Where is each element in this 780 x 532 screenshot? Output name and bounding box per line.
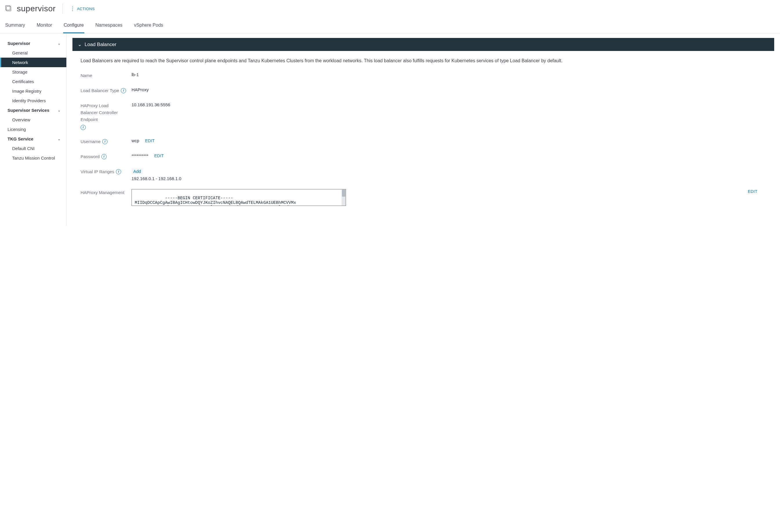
label-username: Username bbox=[81, 138, 127, 145]
panel-header-load-balancer[interactable]: ⌄ Load Balancer bbox=[72, 38, 774, 51]
edit-cert-button[interactable]: EDIT bbox=[748, 189, 758, 194]
sidebar-item-general[interactable]: General bbox=[0, 48, 66, 58]
content-area: Supervisor ⌄ General Network Storage Cer… bbox=[0, 33, 780, 226]
value-vip-range: 192.168.0.1 - 192.168.1.0 bbox=[132, 176, 766, 181]
chevron-down-icon: ⌄ bbox=[78, 41, 82, 48]
row-endpoint: HAProxy Load Balancer Controller Endpoin… bbox=[81, 102, 766, 130]
config-sidebar: Supervisor ⌄ General Network Storage Cer… bbox=[0, 33, 67, 226]
panel-body: Load Balancers are required to reach the… bbox=[72, 51, 774, 220]
sidebar-item-storage[interactable]: Storage bbox=[0, 67, 66, 77]
label-text: Virtual IP Ranges bbox=[81, 168, 114, 175]
actions-label: ACTIONS bbox=[77, 7, 95, 11]
main-tabs: Summary Monitor Configure Namespaces vSp… bbox=[0, 20, 780, 33]
page-title: supervisor bbox=[17, 4, 56, 13]
info-icon[interactable] bbox=[116, 169, 121, 174]
label-name: Name bbox=[81, 72, 127, 79]
info-icon[interactable] bbox=[81, 125, 86, 130]
chevron-down-icon: ⌄ bbox=[58, 41, 60, 46]
sidebar-group-supervisor[interactable]: Supervisor ⌄ bbox=[0, 39, 66, 48]
edit-username-button[interactable]: EDIT bbox=[145, 139, 155, 143]
sidebar-group-tkg-service[interactable]: TKG Service ⌄ bbox=[0, 134, 66, 144]
sidebar-group-label: Supervisor bbox=[7, 41, 30, 46]
cert-textarea[interactable]: -----BEGIN CERTIFICATE----- MIIDqDCCApCg… bbox=[132, 189, 346, 206]
row-password: Password ********** EDIT bbox=[81, 153, 766, 160]
info-icon[interactable] bbox=[121, 88, 126, 93]
actions-menu-button[interactable]: ⋮ ACTIONS bbox=[70, 7, 95, 11]
label-vip: Virtual IP Ranges bbox=[81, 168, 127, 175]
divider bbox=[62, 3, 63, 14]
value-password: ********** bbox=[132, 153, 148, 158]
value-username: wcp bbox=[132, 138, 139, 143]
panel-title: Load Balancer bbox=[85, 42, 116, 48]
sidebar-item-default-cni[interactable]: Default CNI bbox=[0, 144, 66, 153]
sidebar-item-network[interactable]: Network bbox=[0, 58, 66, 67]
page-header: supervisor ⋮ ACTIONS bbox=[0, 0, 780, 16]
main-panel: ⌄ Load Balancer Load Balancers are requi… bbox=[67, 33, 780, 226]
info-icon[interactable] bbox=[102, 139, 107, 144]
sidebar-item-overview[interactable]: Overview bbox=[0, 115, 66, 124]
sidebar-item-image-registry[interactable]: Image Registry bbox=[0, 86, 66, 96]
value-type: HAProxy bbox=[132, 87, 766, 92]
row-type: Load Balancer Type HAProxy bbox=[81, 87, 766, 94]
row-name: Name lb-1 bbox=[81, 72, 766, 79]
add-vip-button[interactable]: Add bbox=[132, 168, 143, 174]
tab-vsphere-pods[interactable]: vSphere Pods bbox=[134, 20, 164, 33]
svg-rect-1 bbox=[5, 5, 10, 10]
sidebar-item-certificates[interactable]: Certificates bbox=[0, 77, 66, 86]
sidebar-item-identity-providers[interactable]: Identity Providers bbox=[0, 96, 66, 105]
label-cert: HAProxy Management bbox=[81, 189, 127, 196]
chevron-down-icon: ⌄ bbox=[58, 137, 60, 141]
svg-rect-0 bbox=[6, 6, 11, 11]
row-vip: Virtual IP Ranges Add 192.168.0.1 - 192.… bbox=[81, 168, 766, 181]
label-endpoint: HAProxy Load Balancer Controller Endpoin… bbox=[81, 102, 127, 130]
tab-configure[interactable]: Configure bbox=[63, 20, 84, 33]
sidebar-group-label: TKG Service bbox=[7, 137, 33, 141]
scrollbar-thumb[interactable] bbox=[342, 190, 345, 197]
label-text: Password bbox=[81, 153, 100, 160]
label-password: Password bbox=[81, 153, 127, 160]
tab-namespaces[interactable]: Namespaces bbox=[95, 20, 123, 33]
label-text: Username bbox=[81, 138, 101, 145]
row-cert: HAProxy Management -----BEGIN CERTIFICAT… bbox=[81, 189, 766, 206]
cert-content: -----BEGIN CERTIFICATE----- MIIDqDCCApCg… bbox=[135, 196, 296, 206]
tab-summary[interactable]: Summary bbox=[5, 20, 26, 33]
sidebar-item-licensing[interactable]: Licensing bbox=[0, 124, 66, 134]
row-username: Username wcp EDIT bbox=[81, 138, 766, 145]
supervisor-icon bbox=[5, 5, 13, 13]
label-text: Load Balancer Type bbox=[81, 87, 119, 94]
scrollbar[interactable] bbox=[342, 190, 346, 206]
value-name: lb-1 bbox=[132, 72, 766, 77]
label-type: Load Balancer Type bbox=[81, 87, 127, 94]
sidebar-item-tanzu-mission-control[interactable]: Tanzu Mission Control bbox=[0, 153, 66, 163]
info-icon[interactable] bbox=[101, 154, 107, 159]
panel-description: Load Balancers are required to reach the… bbox=[81, 57, 766, 65]
edit-password-button[interactable]: EDIT bbox=[154, 154, 164, 158]
tab-monitor[interactable]: Monitor bbox=[36, 20, 52, 33]
label-text: HAProxy Load Balancer Controller Endpoin… bbox=[81, 102, 127, 123]
chevron-down-icon: ⌄ bbox=[58, 108, 60, 112]
sidebar-group-supervisor-services[interactable]: Supervisor Services ⌄ bbox=[0, 105, 66, 115]
sidebar-group-label: Supervisor Services bbox=[7, 108, 49, 113]
value-endpoint: 10.168.191.36:5556 bbox=[132, 102, 766, 107]
